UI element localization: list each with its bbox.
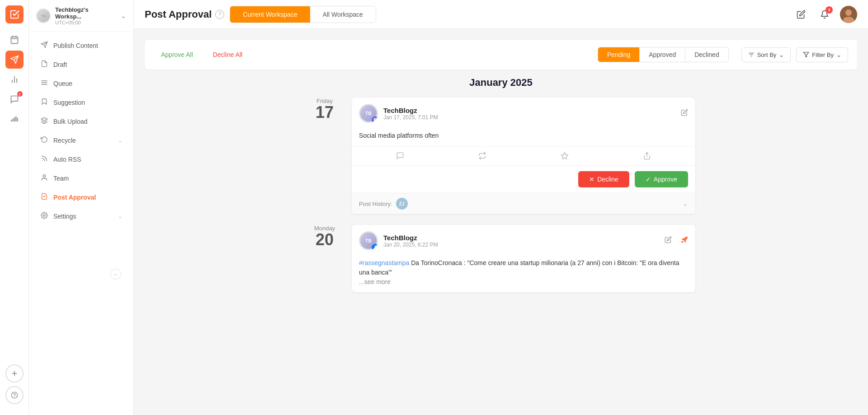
post-day-num-2: 20 — [307, 232, 343, 248]
current-workspace-tab[interactable]: Current Workspace — [230, 6, 310, 23]
sidebar-label-team: Team — [53, 175, 123, 182]
post-account-1: TechBlogz — [383, 107, 675, 114]
post-hashtag-2[interactable]: #rassegnastampa — [359, 259, 409, 266]
history-chevron-icon-1[interactable]: ⌄ — [683, 200, 688, 207]
publish-icon-btn[interactable] — [5, 51, 24, 69]
sidebar-item-draft[interactable]: Draft — [33, 56, 130, 74]
history-info-1: Post History: ZJ — [359, 198, 408, 210]
post-time-2: Jan 20, 2025, 6:22 PM — [383, 242, 659, 248]
header-icons: 3 — [793, 6, 857, 23]
svg-point-25 — [43, 175, 45, 177]
sidebar-label-auto-rss: Auto RSS — [53, 156, 123, 163]
post-day-num-1: 17 — [307, 104, 343, 121]
post-approve-bar-1: ✕ Decline ✓ Approve — [352, 165, 695, 193]
retweet-action-1[interactable] — [475, 150, 490, 162]
help-icon-btn[interactable] — [5, 386, 24, 404]
sidebar-item-recycle[interactable]: Recycle ⌄ — [33, 131, 130, 149]
add-icon-btn[interactable] — [5, 364, 24, 382]
page-title-area: Post Approval ? — [145, 9, 224, 20]
draft-icon — [40, 60, 49, 69]
post-card-header-2: TB TechBlogz Jan 20, 2025, 6:22 PM — [352, 225, 695, 256]
app-logo-button[interactable] — [5, 5, 24, 23]
svg-marker-23 — [41, 117, 47, 121]
sidebar-item-team[interactable]: Team — [33, 169, 130, 187]
post-card-2: TB TechBlogz Jan 20, 2025, 6:22 PM — [352, 225, 695, 292]
post-meta-1: TechBlogz Jan 17, 2025, 7:01 PM — [383, 107, 675, 121]
post-content-2: #rassegnastampa Da TorinoCronaca : "Come… — [352, 256, 695, 292]
filter-chevron-icon: ⌄ — [836, 51, 841, 58]
post-time-1: Jan 17, 2025, 7:01 PM — [383, 114, 675, 121]
recycle-chevron-icon: ⌄ — [118, 137, 123, 144]
decline-label-1: Decline — [597, 176, 618, 183]
help-circle-icon[interactable]: ? — [215, 10, 224, 19]
share-action-1[interactable] — [639, 150, 655, 162]
recycle-icon — [40, 136, 49, 145]
post-avatar-1: TB — [359, 104, 378, 123]
notification-button[interactable]: 3 — [816, 6, 833, 23]
month-header: January 2025 — [307, 77, 695, 89]
workspace-chevron-icon: ⌄ — [121, 12, 126, 19]
sidebar-label-draft: Draft — [53, 61, 123, 68]
comment-action-1[interactable] — [392, 150, 408, 162]
decline-button-1[interactable]: ✕ Decline — [578, 171, 629, 187]
user-avatar[interactable] — [840, 6, 857, 23]
sort-by-button[interactable]: Sort By ⌄ — [741, 47, 791, 62]
workspace-tabs: Current Workspace All Workspace — [230, 6, 376, 23]
svg-point-24 — [42, 160, 42, 161]
svg-point-28 — [845, 9, 852, 16]
team-icon — [40, 174, 49, 183]
filter-by-button[interactable]: Filter By ⌄ — [796, 47, 848, 62]
star-action-1[interactable] — [557, 150, 572, 162]
sidebar-label-publish-content: Publish Content — [53, 42, 123, 49]
messages-icon-btn[interactable]: 2 — [5, 90, 24, 108]
sort-by-label: Sort By — [757, 51, 777, 58]
sidebar-item-bulk-upload[interactable]: Bulk Upload — [33, 112, 130, 131]
post-actions-1 — [352, 146, 695, 165]
settings-chevron-icon: ⌄ — [118, 213, 123, 219]
sidebar-item-auto-rss[interactable]: Auto RSS — [33, 150, 130, 168]
page-title: Post Approval — [145, 9, 212, 20]
sidebar-label-suggestion: Suggestion — [53, 99, 123, 106]
sidebar-item-publish-content[interactable]: Publish Content — [33, 37, 130, 55]
post-card-header-1: TB TechBlogz Jan 17, 2025, 7:01 PM — [352, 98, 695, 129]
history-avatar-1: ZJ — [396, 198, 408, 210]
sidebar-item-suggestion[interactable]: Suggestion — [33, 93, 130, 112]
sidebar-item-settings[interactable]: Settings ⌄ — [33, 207, 130, 225]
notification-badge: 3 — [826, 6, 833, 14]
status-tab-declined[interactable]: Declined — [685, 47, 728, 62]
all-workspace-tab[interactable]: All Workspace — [310, 6, 376, 23]
compose-button[interactable] — [793, 6, 809, 23]
post-edit-icon-1[interactable] — [681, 109, 688, 118]
auto-rss-icon — [40, 155, 49, 164]
decline-all-button[interactable]: Decline All — [206, 47, 250, 62]
sidebar: TB Techblogz's Worksp... UTC+05:00 ⌄ Pub… — [29, 0, 134, 415]
approve-all-button[interactable]: Approve All — [154, 47, 200, 62]
post-edit-icon-2[interactable] — [665, 236, 672, 245]
main-area: Post Approval ? Current Workspace All Wo… — [134, 0, 868, 415]
post-rocket-icon-2[interactable] — [681, 236, 688, 245]
post-row: Friday 17 TB TechBlogz Jan 17, 20 — [307, 98, 695, 214]
svg-marker-34 — [561, 153, 568, 159]
history-label-1: Post History: — [359, 201, 392, 207]
approve-button-1[interactable]: ✓ Approve — [635, 171, 688, 187]
sidebar-item-queue[interactable]: Queue — [33, 75, 130, 93]
calendar-icon-btn[interactable] — [5, 31, 24, 49]
status-tab-pending[interactable]: Pending — [598, 47, 640, 62]
see-more-link-2[interactable]: ...see more — [359, 278, 391, 285]
sidebar-label-settings: Settings — [53, 213, 113, 220]
approve-check-icon: ✓ — [646, 176, 651, 183]
svg-point-26 — [43, 214, 45, 216]
audio-icon-btn[interactable] — [5, 110, 24, 128]
sort-filter-area: Sort By ⌄ Filter By ⌄ — [741, 47, 848, 62]
workspace-selector[interactable]: TB Techblogz's Worksp... UTC+05:00 ⌄ — [29, 0, 133, 32]
bulk-upload-icon — [40, 117, 49, 126]
sidebar-collapse-button[interactable]: ← — [110, 269, 121, 280]
analytics-icon-btn[interactable] — [5, 70, 24, 89]
sidebar-label-post-approval: Post Approval — [53, 194, 123, 201]
status-tab-approved[interactable]: Approved — [640, 47, 685, 62]
workspace-name: Techblogz's Worksp... — [55, 6, 116, 20]
sidebar-item-post-approval[interactable]: Post Approval — [33, 188, 130, 206]
post-row-2: Monday 20 TB TechBlogz Jan 20, 20 — [307, 225, 695, 292]
platform-mastodon-badge — [372, 117, 378, 123]
sort-chevron-icon: ⌄ — [779, 51, 784, 58]
